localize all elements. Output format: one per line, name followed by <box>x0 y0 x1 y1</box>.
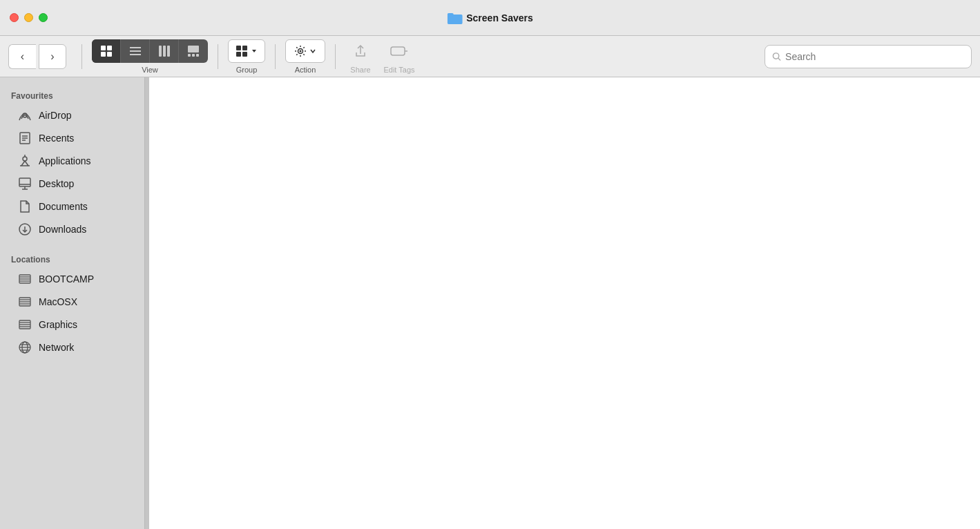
window-title-text: Screen Savers <box>466 12 533 23</box>
icon-view-button[interactable] <box>92 39 121 63</box>
sidebar-item-airdrop[interactable]: AirDrop <box>4 104 140 126</box>
back-button[interactable]: ‹ <box>8 44 36 69</box>
gallery-icon <box>187 45 200 57</box>
forward-icon: › <box>50 50 54 63</box>
svg-point-22 <box>773 52 778 58</box>
maximize-button[interactable] <box>39 13 48 22</box>
group-label: Group <box>236 66 258 74</box>
tag-icon <box>390 44 409 58</box>
view-group: View <box>92 39 208 74</box>
svg-rect-33 <box>19 178 30 186</box>
recents-label: Recents <box>39 133 74 144</box>
svg-rect-12 <box>188 46 199 52</box>
edit-tags-group: Edit Tags <box>381 39 417 74</box>
forward-button[interactable]: › <box>39 44 66 69</box>
sidebar-item-documents[interactable]: Documents <box>4 195 140 218</box>
svg-rect-16 <box>236 46 241 50</box>
search-input[interactable] <box>785 51 964 62</box>
sidebar-item-bootcamp[interactable]: BOOTCAMP <box>4 268 140 290</box>
toolbar: ‹ › <box>0 36 980 77</box>
sidebar-item-graphics[interactable]: Graphics <box>4 314 140 336</box>
airdrop-label: AirDrop <box>39 110 71 121</box>
view-buttons <box>92 39 208 63</box>
action-button[interactable] <box>285 39 325 63</box>
separator <box>81 44 82 69</box>
share-icon <box>354 44 367 58</box>
svg-rect-9 <box>159 46 162 57</box>
svg-rect-6 <box>130 47 141 48</box>
sidebar-item-applications[interactable]: Applications <box>4 150 140 172</box>
svg-rect-10 <box>163 46 166 57</box>
action-label: Action <box>295 66 316 74</box>
search-bar <box>765 45 972 68</box>
applications-label: Applications <box>39 155 91 166</box>
sidebar-item-desktop[interactable]: Desktop <box>4 173 140 195</box>
svg-rect-15 <box>196 54 199 57</box>
minimize-button[interactable] <box>24 13 33 22</box>
svg-rect-21 <box>391 47 405 55</box>
sidebar-item-recents[interactable]: Recents <box>4 127 140 149</box>
icon-grid-icon <box>100 45 113 57</box>
svg-rect-11 <box>167 46 170 57</box>
svg-rect-1 <box>447 13 453 17</box>
svg-rect-13 <box>188 54 191 57</box>
separator4 <box>335 44 336 69</box>
group-chevron-icon <box>251 48 258 55</box>
macosx-icon <box>18 295 32 309</box>
sidebar-item-network[interactable]: Network <box>4 336 140 358</box>
svg-rect-7 <box>130 50 141 52</box>
column-icon <box>158 45 171 57</box>
svg-rect-5 <box>107 52 112 57</box>
svg-line-31 <box>25 161 28 166</box>
separator3 <box>275 44 276 69</box>
svg-rect-2 <box>101 46 106 50</box>
recents-icon <box>18 131 32 145</box>
list-icon <box>129 45 142 57</box>
share-label: Share <box>350 66 370 74</box>
network-icon <box>18 340 32 354</box>
column-view-button[interactable] <box>150 39 179 63</box>
svg-rect-3 <box>107 46 112 50</box>
airdrop-icon <box>18 108 32 122</box>
list-view-button[interactable] <box>121 39 150 63</box>
nav-buttons: ‹ › <box>8 44 66 69</box>
downloads-icon <box>18 222 32 236</box>
traffic-lights <box>0 13 48 22</box>
close-button[interactable] <box>10 13 19 22</box>
svg-rect-18 <box>236 52 241 57</box>
edit-tags-label: Edit Tags <box>383 66 414 74</box>
network-label: Network <box>39 342 74 353</box>
sidebar-item-downloads[interactable]: Downloads <box>4 218 140 240</box>
sidebar: Favourites AirDrop R <box>0 77 145 529</box>
graphics-icon <box>18 318 32 331</box>
action-group: Action <box>285 39 325 74</box>
group-group: Group <box>228 39 265 74</box>
folder-icon <box>447 12 462 24</box>
svg-rect-8 <box>130 54 141 55</box>
sidebar-item-macosx[interactable]: MacOSX <box>4 291 140 313</box>
svg-line-30 <box>21 161 25 166</box>
titlebar: Screen Savers <box>0 0 980 36</box>
group-button[interactable] <box>228 39 265 63</box>
share-group: Share <box>345 39 376 74</box>
bootcamp-label: BOOTCAMP <box>39 273 94 285</box>
search-icon <box>772 52 781 61</box>
svg-point-20 <box>300 50 302 52</box>
bootcamp-icon <box>18 272 32 286</box>
svg-rect-4 <box>101 52 106 57</box>
graphics-label: Graphics <box>39 319 77 330</box>
action-chevron-icon <box>309 48 316 55</box>
locations-header: Locations <box>0 249 144 267</box>
group-icon <box>236 45 248 57</box>
favourites-header: Favourites <box>0 86 144 104</box>
applications-icon <box>18 154 32 168</box>
edit-tags-button[interactable] <box>381 39 417 63</box>
back-icon: ‹ <box>21 50 24 63</box>
share-button[interactable] <box>345 39 376 63</box>
svg-rect-19 <box>242 52 247 57</box>
documents-icon <box>18 200 32 213</box>
documents-label: Documents <box>39 201 88 212</box>
separator2 <box>218 44 218 69</box>
gallery-view-button[interactable] <box>179 39 208 63</box>
content-area <box>149 77 980 529</box>
